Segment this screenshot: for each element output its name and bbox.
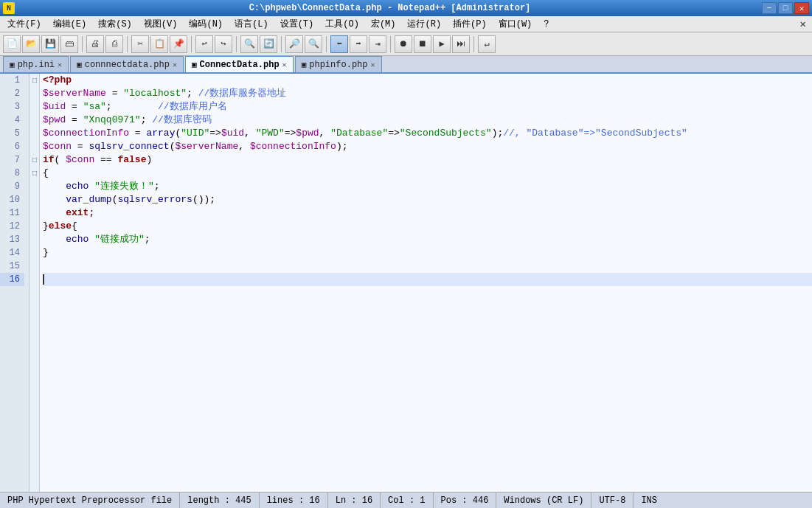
fold-11 (30, 206, 40, 220)
fold-16 (30, 273, 40, 286)
line-num-8: 8 (0, 167, 24, 180)
toolbar-sep-3 (191, 36, 192, 52)
toolbar-save[interactable]: 💾 (41, 35, 59, 53)
toolbar-new[interactable]: 📄 (3, 35, 21, 53)
line-num-2: 2 (0, 87, 24, 100)
tab-connectdata[interactable]: ▣ ConnectData.php ✕ (185, 56, 294, 72)
toolbar-save-all[interactable]: 🗃 (60, 35, 78, 53)
menu-language[interactable]: 语言(L) (229, 16, 274, 32)
toolbar-zoom-out[interactable]: 🔍 (305, 35, 322, 53)
tab-connnectdata[interactable]: ▣ connnectdata.php ✕ (70, 56, 184, 72)
toolbar-replace[interactable]: 🔄 (260, 35, 277, 53)
menu-edit[interactable]: 编辑(E) (47, 16, 93, 32)
line-num-1: 1 (0, 74, 24, 87)
maximize-button[interactable]: □ (778, 2, 793, 14)
line-num-15: 15 (0, 260, 24, 273)
fold-7[interactable]: □ (30, 153, 40, 167)
fold-4 (30, 114, 40, 127)
tab-php-ini[interactable]: ▣ php.ini ✕ (3, 56, 69, 72)
tab-close-phpinfo[interactable]: ✕ (370, 60, 375, 69)
line-num-5: 5 (0, 127, 24, 140)
menu-close-x[interactable]: ✕ (796, 18, 811, 30)
tab-close-php-ini[interactable]: ✕ (58, 60, 62, 69)
toolbar-sep-4 (236, 36, 237, 52)
toolbar-macro-playback[interactable]: ⏭ (452, 35, 470, 53)
toolbar-redo[interactable]: ↪ (215, 35, 232, 53)
toolbar-sep-8 (473, 36, 474, 52)
code-line-14: } (43, 246, 812, 260)
fold-9 (30, 180, 40, 193)
editor-container: 1 2 3 4 5 6 7 8 9 10 11 12 13 14 15 16 □… (0, 74, 812, 492)
status-lines: lines : 16 (260, 493, 328, 508)
toolbar-zoom-in[interactable]: 🔎 (285, 35, 303, 53)
toolbar-wrap[interactable]: ↵ (478, 35, 496, 53)
fold-1[interactable]: □ (30, 74, 40, 87)
line-num-16: 16 (0, 273, 24, 286)
fold-12 (30, 220, 40, 233)
menu-window[interactable]: 窗口(W) (493, 16, 538, 32)
tab-label-php-ini: php.ini (18, 60, 55, 70)
tab-phpinfo[interactable]: ▣ phpinfo.php ✕ (295, 56, 382, 72)
tab-icon-phpinfo: ▣ (302, 60, 307, 69)
menu-search[interactable]: 搜索(S) (92, 16, 138, 32)
tab-icon-php-ini: ▣ (10, 60, 15, 69)
tab-label-connectdata: ConnectData.php (200, 60, 280, 70)
toolbar-paste[interactable]: 📌 (170, 35, 187, 53)
tabs-bar: ▣ php.ini ✕ ▣ connnectdata.php ✕ ▣ Conne… (0, 56, 812, 74)
tab-label-phpinfo: phpinfo.php (309, 60, 367, 70)
code-line-5: $connectionInfo = array("UID"=>$uid, "PW… (43, 127, 812, 140)
fold-6 (30, 140, 40, 153)
line-num-7: 7 (0, 153, 24, 167)
code-line-13: echo "链接成功"; (43, 233, 812, 246)
toolbar-align-right[interactable]: ➡ (350, 35, 367, 53)
menu-settings[interactable]: 设置(T) (274, 16, 320, 32)
fold-8[interactable]: □ (30, 167, 40, 180)
code-line-9: echo "连接失败！"; (43, 180, 812, 193)
toolbar-sep-6 (326, 36, 327, 52)
toolbar-undo[interactable]: ↩ (195, 35, 213, 53)
menu-macro[interactable]: 宏(M) (365, 16, 402, 32)
menu-file[interactable]: 文件(F) (1, 16, 47, 32)
app-icon: N (3, 2, 15, 14)
toolbar-find[interactable]: 🔍 (240, 35, 258, 53)
toolbar-macro-stop[interactable]: ⏹ (414, 35, 431, 53)
toolbar-align-left[interactable]: ⬅ (330, 35, 348, 53)
menu-encoding[interactable]: 编码(N) (183, 16, 229, 32)
toolbar-sep-5 (281, 36, 282, 52)
line-num-4: 4 (0, 114, 24, 127)
close-window-button[interactable]: ✕ (794, 2, 809, 14)
line-num-6: 6 (0, 140, 24, 153)
line-num-3: 3 (0, 100, 24, 114)
toolbar-print[interactable]: 🖨 (86, 35, 104, 53)
line-num-11: 11 (0, 206, 24, 220)
menu-plugins[interactable]: 插件(P) (447, 16, 493, 32)
toolbar-copy[interactable]: 📋 (150, 35, 168, 53)
status-pos: Pos : 446 (434, 493, 497, 508)
menu-help[interactable]: ? (538, 18, 555, 31)
code-line-2: $serverName = "localhost"; //数据库服务器地址 (43, 87, 812, 100)
menu-tools[interactable]: 工具(O) (319, 16, 365, 32)
line-num-12: 12 (0, 220, 24, 233)
toolbar-open[interactable]: 📂 (22, 35, 40, 53)
toolbar-print-now[interactable]: ⎙ (105, 35, 123, 53)
tab-close-connnectdata[interactable]: ✕ (173, 60, 177, 69)
minimize-button[interactable]: − (762, 2, 777, 14)
menu-view[interactable]: 视图(V) (138, 16, 184, 32)
code-line-1: <?php (43, 74, 812, 87)
menu-run[interactable]: 运行(R) (401, 16, 447, 32)
status-col: Col : 1 (381, 493, 433, 508)
tab-icon-connectdata: ▣ (192, 60, 197, 69)
toolbar-sep-1 (82, 36, 83, 52)
toolbar-indent[interactable]: ⇥ (369, 35, 386, 53)
tab-icon-connnectdata: ▣ (77, 60, 82, 69)
toolbar: 📄 📂 💾 🗃 🖨 ⎙ ✂ 📋 📌 ↩ ↪ 🔍 🔄 🔎 🔍 ⬅ ➡ ⇥ ⏺ ⏹ … (0, 32, 812, 56)
window-controls: − □ ✕ (762, 2, 809, 14)
toolbar-macro-record[interactable]: ⏺ (395, 35, 412, 53)
line-num-9: 9 (0, 180, 24, 193)
toolbar-macro-play[interactable]: ▶ (433, 35, 451, 53)
tab-label-connnectdata: connnectdata.php (85, 60, 170, 70)
menu-bar: 文件(F) 编辑(E) 搜索(S) 视图(V) 编码(N) 语言(L) 设置(T… (0, 16, 812, 32)
code-editor[interactable]: <?php $serverName = "localhost"; //数据库服务… (40, 74, 812, 492)
tab-close-connectdata[interactable]: ✕ (282, 60, 287, 69)
toolbar-cut[interactable]: ✂ (131, 35, 149, 53)
